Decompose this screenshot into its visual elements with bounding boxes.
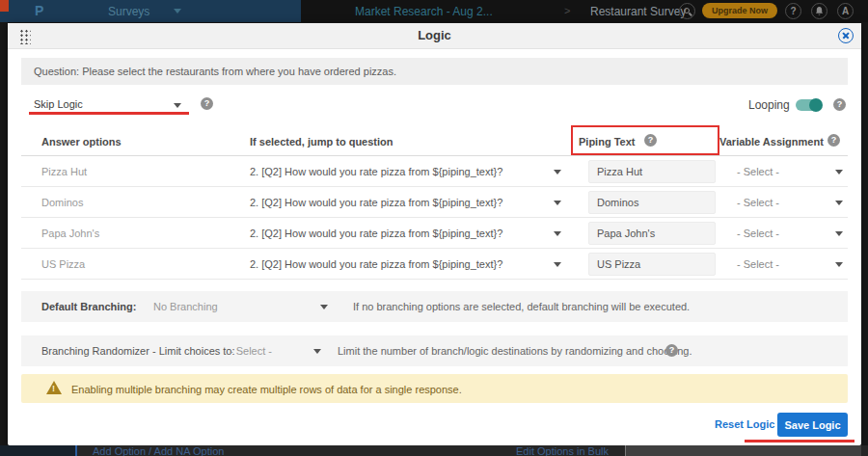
modal-title: Logic: [8, 28, 861, 42]
warning-text: Enabling multiple branching may create m…: [71, 384, 462, 395]
app-logo[interactable]: P: [35, 3, 43, 18]
chevron-down-icon: [554, 231, 561, 236]
col-answer-options: Answer options: [41, 136, 122, 148]
background-page-strip: Add Option / Add NA Option Edit Options …: [0, 445, 868, 456]
corner-accent: [0, 0, 9, 12]
chevron-down-icon: [835, 201, 843, 205]
save-logic-button[interactable]: Save Logic: [777, 413, 848, 437]
chevron-down-icon[interactable]: [320, 305, 328, 309]
jump-question-value: 2. [Q2] How would you rate pizza from ${…: [250, 258, 568, 270]
help-icon[interactable]: [833, 98, 846, 111]
col-jump-question: If selected, jump to question: [250, 136, 393, 148]
variable-assignment-dropdown[interactable]: - Select -: [729, 218, 848, 249]
variable-assignment-value: - Select -: [737, 258, 779, 270]
looping-label: Looping: [748, 98, 790, 112]
upgrade-now-button[interactable]: Upgrade Now: [702, 3, 777, 18]
default-branching-dropdown[interactable]: No Branching: [153, 301, 218, 312]
chevron-down-icon: [554, 201, 561, 205]
add-option-link[interactable]: Add Option / Add NA Option: [93, 445, 224, 456]
chevron-down-icon[interactable]: [174, 103, 181, 108]
search-button[interactable]: [679, 3, 695, 19]
toggle-knob: [809, 98, 823, 112]
chevron-down-icon: [174, 9, 181, 13]
annotation-underline-save-logic: [745, 440, 854, 443]
background-panel-border: [75, 445, 77, 456]
topbar-navy-section: [0, 0, 301, 22]
answer-option-label: Papa John's: [41, 228, 99, 239]
breadcrumb-separator: >: [564, 5, 570, 16]
annotation-box-piping-text: [571, 125, 719, 155]
edit-options-bulk-link[interactable]: Edit Options in Bulk: [516, 445, 609, 456]
variable-assignment-value: - Select -: [737, 166, 779, 177]
help-button[interactable]: ?: [785, 3, 801, 19]
randomizer-label: Branching Randomizer - Limit choices to:: [41, 345, 235, 357]
close-button[interactable]: [838, 28, 854, 43]
question-text: Question: Please select the restaurants …: [34, 66, 396, 77]
piping-text-input[interactable]: [588, 191, 716, 214]
jump-question-dropdown[interactable]: 2. [Q2] How would you rate pizza from ${…: [243, 218, 571, 249]
answer-option-label: US Pizza: [41, 258, 85, 270]
variable-assignment-dropdown[interactable]: - Select -: [729, 156, 848, 187]
breadcrumb-project[interactable]: Market Research - Aug 2...: [355, 5, 493, 18]
logic-modal: Logic Question: Please select the restau…: [8, 23, 861, 445]
chevron-down-icon: [835, 231, 843, 236]
chevron-down-icon: [835, 170, 843, 174]
jump-question-dropdown[interactable]: 2. [Q2] How would you rate pizza from ${…: [243, 156, 571, 187]
logic-type-dropdown[interactable]: Skip Logic: [34, 98, 83, 110]
variable-assignment-dropdown[interactable]: - Select -: [729, 249, 848, 280]
jump-question-value: 2. [Q2] How would you rate pizza from ${…: [250, 197, 568, 208]
background-side-panel: [0, 445, 75, 456]
question-bar: Question: Please select the restaurants …: [21, 58, 848, 85]
bell-icon: [815, 7, 824, 15]
piping-text-input[interactable]: [588, 160, 716, 183]
randomizer-dropdown[interactable]: - Select -: [230, 345, 272, 357]
default-branching-bar: Default Branching: No Branching If no br…: [21, 291, 848, 322]
chevron-down-icon: [554, 262, 561, 267]
account-avatar[interactable]: A: [837, 3, 854, 19]
warning-icon: [46, 381, 62, 394]
default-branching-label: Default Branching:: [41, 301, 136, 312]
help-icon[interactable]: [201, 97, 213, 110]
annotation-underline-skip-logic: [29, 112, 189, 115]
background-right-panel: [625, 445, 861, 456]
answer-option-label: Pizza Hut: [41, 166, 87, 177]
jump-question-dropdown[interactable]: 2. [Q2] How would you rate pizza from ${…: [243, 249, 571, 280]
logic-row: Pizza Hut 2. [Q2] How would you rate piz…: [21, 156, 848, 187]
reset-logic-link[interactable]: Reset Logic: [715, 418, 774, 430]
screen: P Surveys Market Research - Aug 2... > R…: [0, 0, 868, 456]
variable-assignment-value: - Select -: [737, 197, 779, 208]
notifications-button[interactable]: [811, 3, 827, 19]
jump-question-value: 2. [Q2] How would you rate pizza from ${…: [250, 166, 568, 177]
modal-header: Logic: [8, 23, 861, 49]
piping-text-input[interactable]: [588, 222, 716, 245]
looping-toggle[interactable]: [796, 99, 822, 111]
randomizer-description: Limit the number of branch/logic destina…: [338, 345, 692, 357]
search-icon-handle: [689, 13, 692, 16]
variable-assignment-dropdown[interactable]: - Select -: [729, 187, 848, 218]
help-icon[interactable]: [665, 344, 678, 357]
table-header-row: Answer options If selected, jump to ques…: [21, 127, 848, 156]
default-branching-description: If no branching options are selected, de…: [353, 301, 690, 312]
logic-row: Dominos 2. [Q2] How would you rate pizza…: [21, 187, 848, 218]
logic-row: US Pizza 2. [Q2] How would you rate pizz…: [21, 249, 848, 280]
variable-assignment-value: - Select -: [737, 228, 779, 239]
piping-text-input[interactable]: [588, 253, 716, 276]
top-navigation-bar: P Surveys Market Research - Aug 2... > R…: [0, 0, 868, 22]
warning-banner: Enabling multiple branching may create m…: [21, 374, 848, 403]
col-variable-assignment: Variable Assignment: [719, 136, 824, 148]
help-icon[interactable]: [827, 134, 840, 147]
nav-surveys[interactable]: Surveys: [108, 5, 149, 18]
breadcrumb-survey[interactable]: Restaurant Survey: [590, 5, 686, 18]
branching-randomizer-bar: Branching Randomizer - Limit choices to:…: [21, 335, 848, 366]
answer-option-label: Dominos: [41, 197, 83, 208]
logic-row: Papa John's 2. [Q2] How would you rate p…: [21, 218, 848, 249]
chevron-down-icon[interactable]: [313, 349, 321, 354]
chevron-down-icon: [835, 262, 843, 267]
jump-question-dropdown[interactable]: 2. [Q2] How would you rate pizza from ${…: [243, 187, 571, 218]
chevron-down-icon: [554, 170, 561, 174]
jump-question-value: 2. [Q2] How would you rate pizza from ${…: [250, 228, 568, 239]
